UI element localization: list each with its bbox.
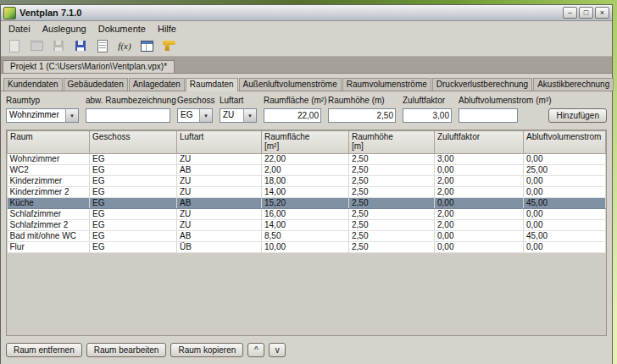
column-header-raumh-he[interactable]: Raumhöhe[m] <box>349 131 435 154</box>
room-form: RaumtypWohnzimmer▼abw. RaumbezeichnungGe… <box>1 91 612 128</box>
table-row[interactable]: KücheEGAB15,202,500,0045,00 <box>8 198 606 209</box>
form-label-geschoss: Geschoss <box>177 96 213 105</box>
tab-anlagedaten[interactable]: Anlagedaten <box>129 78 185 91</box>
form-label-zuluftfaktor: Zuluftfaktor <box>403 96 452 105</box>
project-tab[interactable]: Projekt 1 (C:\Users\Marion\Ventplan.vpx)… <box>3 60 175 73</box>
new-document-icon <box>9 40 19 52</box>
column-header-geschoss[interactable]: Geschoss <box>90 131 177 154</box>
table-scroll-area[interactable]: RaumGeschossLuftartRaumfläche[m²]Raumhöh… <box>6 130 607 336</box>
table-cell: WC2 <box>8 165 90 176</box>
drill-button[interactable] <box>158 37 179 55</box>
table-cell: 2,50 <box>349 220 435 231</box>
tab-au-enluftvolumenstr-me[interactable]: Außenluftvolumenströme <box>239 78 342 91</box>
table-cell: EG <box>90 154 177 165</box>
close-button[interactable]: × <box>595 7 609 19</box>
table-button[interactable] <box>136 37 157 55</box>
input-abw-raumbezeichnung[interactable] <box>86 108 170 123</box>
table-row[interactable]: KinderzimmerEGZU18,002,502,000,00 <box>8 176 606 187</box>
form-label-abw-raumbezeichnung: abw. Raumbezeichnung <box>86 96 170 105</box>
table-cell: 15,20 <box>262 198 349 209</box>
move-down-button[interactable]: v <box>269 343 286 357</box>
select-value: Wohnzimmer <box>7 109 65 122</box>
column-unit: [m] <box>352 141 431 151</box>
table-row[interactable]: WC2EGAB2,002,500,0025,00 <box>8 165 606 176</box>
column-header-zuluftfaktor[interactable]: Zuluftfaktor <box>435 131 524 154</box>
form-label-raumtyp: Raumtyp <box>6 96 79 105</box>
maximize-button[interactable]: □ <box>579 7 593 19</box>
edit-room-button[interactable]: Raum bearbeiten <box>86 343 167 357</box>
column-label: Abluftvolumenstrom <box>526 132 603 141</box>
table-cell: 0,00 <box>524 242 606 253</box>
table-body: WohnzimmerEGZU22,002,503,000,00WC2EGAB2,… <box>8 154 606 253</box>
column-header-abluftvolumenstrom[interactable]: Abluftvolumenstrom <box>524 131 606 154</box>
menu-auslegung[interactable]: Auslegung <box>36 23 92 35</box>
table-cell: 0,00 <box>435 165 524 176</box>
input-raumfl-che-m[interactable] <box>264 108 321 123</box>
table-cell: 2,00 <box>435 176 524 187</box>
formula-button[interactable]: f(x) <box>114 37 135 55</box>
table-row[interactable]: Bad mit/ohne WCEGAB8,502,500,0045,00 <box>8 231 606 242</box>
form-label-raumfl-che-m: Raumfläche (m²) <box>264 96 321 105</box>
menu-hilfe[interactable]: Hilfe <box>152 23 182 35</box>
title-bar[interactable]: Ventplan 7.1.0 −□× <box>1 5 612 21</box>
tab-raumdaten[interactable]: Raumdaten <box>186 78 238 91</box>
tab-geb-udedaten[interactable]: Gebäudedaten <box>64 78 128 91</box>
input-abluftvolumenstrom-m[interactable] <box>459 108 518 123</box>
save-all-button[interactable] <box>70 37 91 55</box>
tab-druckverlustberechnung[interactable]: Druckverlustberechnung <box>432 78 532 91</box>
table-cell: 2,50 <box>349 187 435 198</box>
table-cell: ZU <box>177 154 262 165</box>
select-value: EG <box>178 109 199 122</box>
table-cell: Flur <box>8 242 90 253</box>
move-up-button[interactable]: ^ <box>247 343 264 357</box>
report-button[interactable] <box>92 37 113 55</box>
copy-room-button[interactable]: Raum kopieren <box>170 343 243 357</box>
form-field-geschoss: GeschossEG▼ <box>177 96 213 123</box>
minimize-button[interactable]: − <box>563 7 577 19</box>
tab-raumvolumenstr-me[interactable]: Raumvolumenströme <box>342 78 431 91</box>
table-cell: 22,00 <box>262 154 349 165</box>
form-field-abluftvolumenstrom-m: Abluftvolumenstrom (m³) <box>459 96 518 123</box>
app-window: Ventplan 7.1.0 −□× DateiAuslegungDokumen… <box>0 4 613 364</box>
column-header-raum[interactable]: Raum <box>8 131 90 154</box>
add-room-button[interactable]: Hinzufügen <box>548 108 607 123</box>
table-cell: 0,00 <box>524 176 606 187</box>
table-cell: 3,00 <box>435 154 524 165</box>
chevron-down-icon: ▼ <box>199 109 212 122</box>
table-cell: 8,50 <box>262 231 349 242</box>
table-cell: AB <box>177 198 262 209</box>
column-header-raumfl-che[interactable]: Raumfläche[m²] <box>262 131 349 154</box>
section-tabs: KundendatenGebäudedatenAnlagedatenRaumda… <box>1 74 612 91</box>
table-cell: EG <box>90 165 177 176</box>
column-label: Raumhöhe <box>352 132 431 141</box>
table-cell: 2,50 <box>349 242 435 253</box>
table-cell: EG <box>90 242 177 253</box>
select-raumtyp[interactable]: Wohnzimmer▼ <box>6 108 79 123</box>
select-geschoss[interactable]: EG▼ <box>177 108 213 123</box>
project-tab-strip: Projekt 1 (C:\Users\Marion\Ventplan.vpx)… <box>1 57 612 74</box>
table-cell: 16,00 <box>262 209 349 220</box>
input-raumh-he-m[interactable] <box>328 108 396 123</box>
select-luftart[interactable]: ZU▼ <box>220 108 257 123</box>
table-row[interactable]: FlurEGÜB10,002,500,000,00 <box>8 242 606 253</box>
remove-room-button[interactable]: Raum entfernen <box>6 343 82 357</box>
menu-dokumente[interactable]: Dokumente <box>92 23 152 35</box>
menu-datei[interactable]: Datei <box>3 23 36 35</box>
table-cell: Wohnzimmer <box>8 154 90 165</box>
table-cell: 2,00 <box>435 187 524 198</box>
tab-akustikberechnung[interactable]: Akustikberechnung <box>533 78 614 91</box>
table-cell: 2,00 <box>262 165 349 176</box>
column-header-luftart[interactable]: Luftart <box>177 131 262 154</box>
tab-kundendaten[interactable]: Kundendaten <box>3 78 63 91</box>
form-field-abw-raumbezeichnung: abw. Raumbezeichnung <box>86 96 170 123</box>
table-row[interactable]: WohnzimmerEGZU22,002,503,000,00 <box>8 154 606 165</box>
table-cell: 2,50 <box>349 231 435 242</box>
table-row[interactable]: Schlafzimmer 2EGZU14,002,502,000,00 <box>8 220 606 231</box>
column-label: Luftart <box>180 132 258 141</box>
table-cell: EG <box>90 220 177 231</box>
input-zuluftfaktor[interactable] <box>403 108 452 123</box>
room-table: RaumGeschossLuftartRaumfläche[m²]Raumhöh… <box>7 130 606 253</box>
table-row[interactable]: Kinderzimmer 2EGZU14,002,502,000,00 <box>8 187 606 198</box>
table-cell: ZU <box>177 176 262 187</box>
table-row[interactable]: SchlafzimmerEGZU16,002,502,000,00 <box>8 209 606 220</box>
